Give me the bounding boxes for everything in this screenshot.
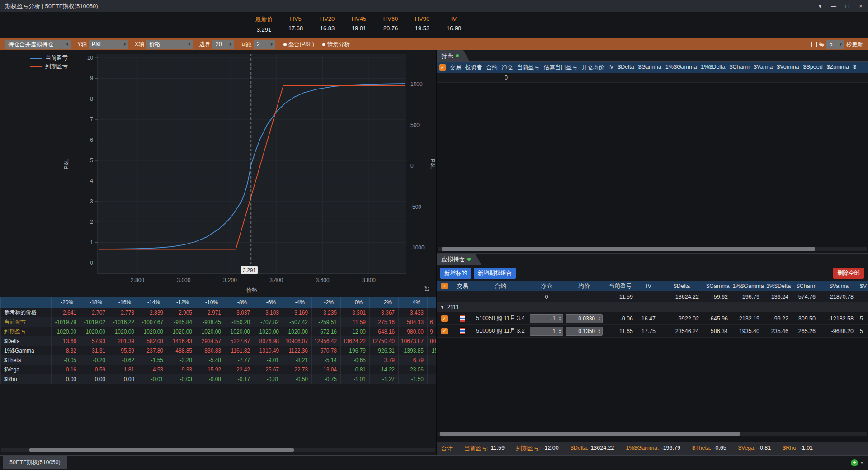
tab-virtual-positions[interactable]: 虚拟持仓 [437, 254, 481, 265]
scenario-cell: 0.00 [80, 374, 109, 384]
positions-col-header: $Vanna [754, 64, 773, 71]
select-all-checkbox[interactable]: ✓ [439, 64, 446, 70]
scenario-cell: -1.27 [369, 374, 398, 384]
collapse-triangle-icon[interactable]: ▼ [440, 305, 444, 310]
positions-empty-row[interactable]: 0 [437, 73, 868, 83]
boundary-dropdown[interactable]: 20 ▼ [212, 40, 234, 49]
y-left-tick: 10 [87, 55, 94, 61]
stepper-down-icon[interactable]: ▼ [559, 319, 561, 321]
add-icon[interactable]: + [851, 459, 858, 466]
scenario-cell: -1.55 [138, 355, 167, 365]
scenario-cell: -507.42 [283, 317, 311, 327]
status-tab-instrument[interactable]: 50ETF期权(510050) [3, 456, 67, 469]
scenario-row: $Theta-0.05-0.20-0.62-1.55-3.20-5.48-7.7… [0, 355, 436, 365]
chevron-down-icon[interactable]: ▾ [813, 0, 827, 12]
virtual-col-header: 交易 [452, 281, 473, 291]
add-option-combo-button[interactable]: 新增期权组合 [474, 268, 516, 279]
stepper-arrows[interactable]: ▲▼ [596, 329, 602, 334]
virtual-col-header: 1%$Delta [764, 281, 793, 291]
scenario-cell: 22.73 [283, 365, 311, 374]
scenario-analysis-radio[interactable]: 情景分析 [322, 41, 350, 48]
scenario-cell: -1020.00 [138, 327, 167, 336]
overlay-pnl-radio[interactable]: 叠合(P&L) [283, 41, 314, 48]
x-axis-dropdown[interactable]: 价格 ▼ [146, 40, 193, 49]
scenario-hscrollbar[interactable] [1, 448, 435, 452]
legend-item[interactable]: 当前盈亏 [30, 54, 68, 62]
refresh-interval-dropdown[interactable]: 5 ▼ [826, 40, 844, 49]
stat-item: 最新价3.291 [248, 15, 280, 33]
scenario-cell: -0.31 [254, 374, 283, 384]
legend-item[interactable]: 到期盈亏 [30, 62, 68, 71]
positions-hscrollbar[interactable] [438, 247, 867, 251]
totals-prefix: 合计 [441, 445, 453, 452]
scenario-cell: -1020.00 [196, 327, 225, 336]
stepper-down-icon[interactable]: ▼ [598, 331, 601, 334]
scenario-col-header: 2% [369, 297, 398, 308]
add-underlying-button[interactable]: 新增标的 [440, 268, 471, 279]
net-position-stepper[interactable]: 1▲▼ [530, 327, 563, 336]
tab-positions[interactable]: 持仓 [437, 50, 470, 61]
net-position-stepper[interactable]: -1▲▼ [530, 314, 563, 323]
position-mode-dropdown[interactable]: 持仓合并虚拟持仓 ▼ [5, 40, 71, 49]
minimize-button[interactable]: — [827, 0, 840, 12]
scenario-row: 参考标的价格2.6412.7072.7732.8392.9052.9713.03… [0, 308, 436, 317]
scenario-cell: 11.59 [340, 317, 369, 327]
scenario-cell: 3.301 [340, 308, 369, 317]
scenario-row: 到期盈亏-1020.00-1020.00-1020.00-1020.00-102… [0, 327, 436, 336]
marker-tooltip-value: 3.291 [243, 268, 256, 273]
scrollbar-handle[interactable] [442, 247, 815, 251]
positions-col-header: 1%$Gamma [665, 64, 697, 71]
stepper-down-icon[interactable]: ▼ [559, 331, 561, 334]
scenario-cell: -7.77 [225, 355, 254, 365]
close-button[interactable]: × [854, 0, 868, 12]
y-axis-label: Y轴 [77, 41, 87, 48]
delete-all-button[interactable]: 删除全部 [833, 268, 864, 279]
refresh-chart-icon[interactable]: ↻ [424, 284, 430, 294]
stat-item: HV2016.83 [311, 15, 343, 33]
row-checkbox[interactable]: ✓ [441, 315, 448, 322]
trade-flag-icon[interactable] [460, 327, 465, 335]
chevron-down-icon[interactable]: ▾ [861, 460, 863, 465]
avg-price-stepper[interactable]: 0.1350▲▼ [566, 327, 603, 336]
status-icons: + ▾ [851, 459, 863, 466]
chevron-down-icon: ▼ [185, 42, 191, 47]
scenario-row-label: $Delta [0, 336, 51, 346]
stat-label: HV5 [280, 15, 311, 22]
row-checkbox[interactable]: ✓ [441, 328, 448, 334]
scenario-table-panel: -20%-18%-16%-14%-12%-10%-8%-6%-4%-2%0%2%… [0, 297, 436, 455]
pnl-chart[interactable]: 1098765432102.8003.0003.2003.4003.6003.8… [0, 50, 437, 297]
scenario-col-header: -16% [109, 297, 138, 308]
y-axis-dropdown[interactable]: P&L ▼ [89, 40, 128, 49]
y-left-tick: 2 [90, 219, 93, 225]
auto-refresh-checkbox[interactable] [811, 42, 817, 47]
stat-value: 20.76 [375, 25, 406, 32]
virtual-position-row[interactable]: ✓510050 购 11月 3.21▲▼0.1350▲▼11.6517.7523… [437, 325, 868, 338]
stepper-down-icon[interactable]: ▼ [598, 319, 601, 321]
maximize-button[interactable]: □ [840, 0, 854, 12]
select-all-checkbox[interactable]: ✓ [441, 283, 448, 289]
scenario-cell: 8.32 [51, 346, 80, 355]
positions-panel: 持仓 ✓ 交易投资者合约净仓当前盈亏估算当日盈亏开仓均价IV$Delta$Gam… [437, 50, 868, 254]
x-tick: 3.000 [177, 277, 190, 283]
scrollbar-handle[interactable] [440, 432, 740, 436]
virtual-group-row[interactable]: ▼2111 [437, 302, 868, 312]
scrollbar-handle[interactable] [29, 448, 294, 452]
scenario-cell: -0.08 [196, 374, 225, 384]
summary-cell [452, 291, 473, 302]
virtual-hscrollbar[interactable] [438, 432, 867, 436]
stepper-arrows[interactable]: ▲▼ [557, 329, 563, 334]
virtual-col-header: 净仓 [528, 281, 565, 291]
scenario-cell: 2.707 [80, 308, 109, 317]
avg-price-stepper[interactable]: 0.0330▲▼ [566, 314, 603, 323]
positions-col-header: $Vomma [777, 64, 799, 71]
scenario-cell: 3.169 [283, 308, 311, 317]
scenario-cell: 3.235 [311, 308, 340, 317]
stepper-arrows[interactable]: ▲▼ [557, 316, 563, 321]
trade-flag-icon[interactable] [460, 315, 465, 322]
interval-dropdown[interactable]: 2 ▼ [254, 40, 275, 49]
summary-cell: 13624.22 [660, 291, 703, 302]
positions-col-header: 净仓 [502, 64, 513, 71]
virtual-position-row[interactable]: ✓510050 购 11月 3.4-1▲▼0.0330▲▼-0.0616.47-… [437, 312, 868, 325]
virtual-col-header: 合约 [473, 281, 528, 291]
stepper-arrows[interactable]: ▲▼ [596, 316, 602, 321]
